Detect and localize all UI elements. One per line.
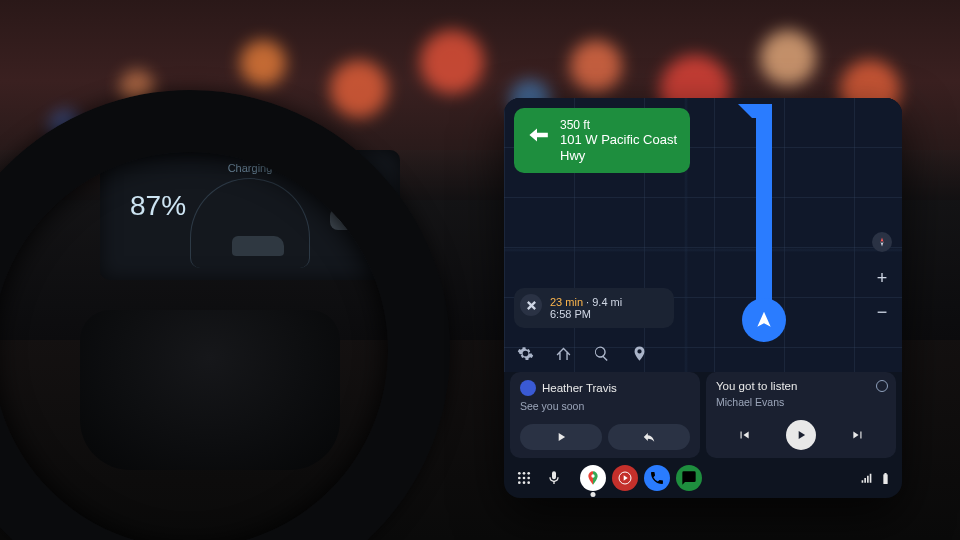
turn-distance: 350 ft	[560, 118, 680, 132]
message-sender: Heather Travis	[542, 382, 617, 394]
media-source-icon	[876, 380, 888, 392]
battery-icon	[879, 472, 892, 485]
svg-point-9	[591, 474, 594, 477]
turn-road: 101 W Pacific Coast Hwy	[560, 132, 680, 163]
svg-point-7	[523, 481, 526, 484]
compass-icon[interactable]	[872, 232, 892, 252]
message-card[interactable]: Heather Travis See you soon	[510, 372, 700, 458]
pin-icon[interactable]	[628, 342, 650, 364]
app-launcher-icon[interactable]	[514, 468, 534, 488]
previous-track-button[interactable]	[730, 421, 758, 449]
play-message-button[interactable]	[520, 424, 602, 450]
maps-app-icon[interactable]	[580, 465, 606, 491]
alt-routes-icon[interactable]	[552, 342, 574, 364]
map-toolbar	[514, 342, 650, 364]
svg-point-3	[518, 477, 521, 480]
route-line	[756, 104, 772, 328]
search-icon[interactable]	[590, 342, 612, 364]
eta-duration: 23 min	[550, 296, 583, 308]
current-location-icon	[742, 298, 786, 342]
svg-point-1	[523, 472, 526, 475]
zoom-out-button[interactable]: −	[870, 300, 894, 324]
reply-button[interactable]	[608, 424, 690, 450]
turn-card[interactable]: 350 ft 101 W Pacific Coast Hwy	[514, 108, 690, 173]
svg-point-4	[523, 477, 526, 480]
zoom-in-button[interactable]: +	[870, 266, 894, 290]
media-track: You got to listen	[716, 380, 797, 392]
eta-arrival: 6:58 PM	[550, 308, 662, 320]
media-card[interactable]: You got to listen Michael Evans	[706, 372, 896, 458]
android-auto-screen: 350 ft 101 W Pacific Coast Hwy 23 min · …	[504, 98, 902, 498]
zoom-controls: + −	[870, 266, 894, 324]
settings-icon[interactable]	[514, 342, 536, 364]
svg-point-2	[527, 472, 530, 475]
map[interactable]: 350 ft 101 W Pacific Coast Hwy 23 min · …	[504, 98, 902, 372]
play-pause-button[interactable]	[786, 420, 816, 450]
steering-wheel-hub	[80, 310, 340, 470]
svg-point-6	[518, 481, 521, 484]
avatar	[520, 380, 536, 396]
turn-left-icon	[524, 122, 550, 148]
eta-distance: 9.4 mi	[592, 296, 622, 308]
svg-point-5	[527, 477, 530, 480]
system-bar	[504, 458, 902, 498]
svg-point-8	[527, 481, 530, 484]
youtube-music-app-icon[interactable]	[612, 465, 638, 491]
close-icon[interactable]	[520, 294, 542, 316]
media-artist: Michael Evans	[716, 396, 886, 408]
next-track-button[interactable]	[844, 421, 872, 449]
message-preview: See you soon	[520, 400, 690, 412]
voice-assistant-icon[interactable]	[544, 468, 564, 488]
phone-app-icon[interactable]	[644, 465, 670, 491]
eta-card[interactable]: 23 min · 9.4 mi 6:58 PM	[514, 288, 674, 328]
svg-point-0	[518, 472, 521, 475]
signal-icon	[860, 472, 873, 485]
messages-app-icon[interactable]	[676, 465, 702, 491]
